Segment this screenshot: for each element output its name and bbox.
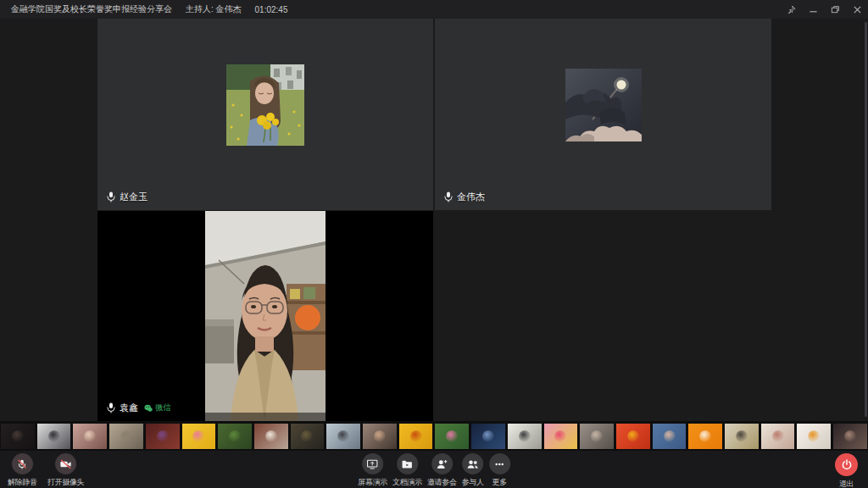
thumbnail-accent	[808, 430, 820, 442]
participant-thumbnail-tan-portrait[interactable]	[363, 424, 397, 449]
participant-thumbnail-pink-lotus[interactable]	[435, 424, 469, 449]
wechat-tag: 微信	[144, 402, 171, 413]
minimize-icon[interactable]	[802, 0, 824, 19]
live-video-yuanxin	[205, 211, 326, 421]
thumbnail-accent	[664, 430, 676, 442]
wechat-icon	[144, 404, 153, 413]
wechat-tag-label: 微信	[155, 402, 171, 413]
participant-thumbnail-blue-bg-portrait[interactable]	[653, 424, 687, 449]
thumbnail-accent	[229, 430, 241, 442]
thumbnail-accent	[301, 430, 313, 442]
participant-thumbnail-sheet-music[interactable]	[725, 424, 759, 449]
thumbnail-accent	[337, 430, 349, 442]
camera-off-icon	[59, 458, 72, 470]
open-camera-label: 打开摄像头	[47, 477, 85, 488]
unmute-button[interactable]: 解除静音	[8, 453, 37, 488]
maximize-icon[interactable]	[824, 0, 846, 19]
open-camera-button[interactable]: 打开摄像头	[47, 453, 85, 488]
thumbnail-accent	[374, 430, 386, 442]
document-share-button[interactable]: 文档演示	[392, 453, 422, 488]
unmute-label: 解除静音	[8, 477, 37, 488]
host-label: 主持人: 金伟杰	[186, 3, 242, 15]
video-grid-scrollbar[interactable]	[865, 22, 867, 417]
participants-icon	[466, 458, 479, 470]
participants-button[interactable]: 参与人	[462, 453, 484, 488]
pin-icon[interactable]	[780, 0, 802, 19]
thumbnail-accent	[736, 430, 748, 442]
document-share-label: 文档演示	[392, 477, 422, 488]
thumbnail-accent	[120, 430, 132, 442]
power-icon	[841, 459, 853, 471]
participant-thumbnail-hearts-cartoon[interactable]	[544, 424, 578, 449]
mic-off-icon	[16, 458, 28, 470]
thumbnail-accent	[844, 430, 856, 442]
mic-muted-icon	[444, 191, 453, 202]
participant-name: 金伟杰	[457, 191, 485, 203]
exit-button[interactable]: 退出	[835, 453, 858, 488]
participant-name: 赵金玉	[120, 191, 147, 203]
participant-thumbnail-anime-boy[interactable]	[291, 424, 325, 449]
participant-thumbnail-orange-cartoon[interactable]	[688, 424, 722, 449]
window-controls	[780, 0, 868, 19]
participant-thumbnail-earth-moon[interactable]	[471, 424, 505, 449]
participants-label: 参与人	[462, 477, 484, 488]
participant-thumbnail-warm-portrait[interactable]	[73, 424, 107, 449]
mic-muted-icon	[107, 402, 115, 413]
exit-label: 退出	[839, 479, 854, 488]
thumbnail-accent	[265, 430, 277, 442]
document-share-icon	[401, 458, 413, 470]
meeting-title: 金融学院国奖及校长荣誉奖申报经验分享会	[11, 3, 172, 15]
mic-muted-icon	[107, 191, 115, 202]
name-badge: 袁鑫 微信	[107, 402, 171, 414]
toolbar-center-group: 屏幕演示 文档演示 邀	[358, 453, 510, 488]
participant-thumbnail-white-cat[interactable]	[254, 424, 288, 449]
name-badge: 金伟杰	[444, 191, 485, 203]
name-badge: 赵金玉	[107, 191, 147, 203]
thumbnail-accent	[772, 430, 784, 442]
video-tile-zhaojinyu[interactable]: 赵金玉	[97, 19, 433, 210]
video-tile-jinweijie[interactable]: 金伟杰	[435, 19, 771, 210]
participant-thumbnail-dark-portrait[interactable]	[833, 424, 867, 449]
participant-thumbnail-red-cartoon[interactable]	[616, 424, 650, 449]
thumbnail-accent	[410, 430, 422, 442]
thumbnail-accent	[627, 430, 639, 442]
participant-thumbnail-winter-portrait[interactable]	[326, 424, 360, 449]
video-tile-yuanxin[interactable]: 袁鑫 微信	[97, 211, 433, 421]
participant-thumbnail-green-foliage[interactable]	[218, 424, 252, 449]
participant-thumbnail-gray-portrait[interactable]	[580, 424, 614, 449]
thumbnail-accent	[699, 430, 711, 442]
participant-thumbnail-light-silhouette[interactable]	[508, 424, 542, 449]
toolbar-right-group: 退出	[835, 453, 858, 488]
participant-name: 袁鑫	[120, 402, 138, 414]
avatar-jinweijie	[565, 69, 642, 141]
thumbnail-accent	[591, 430, 603, 442]
avatar-zhaojinyu	[226, 64, 304, 146]
participant-thumbnail-laughing-emoji[interactable]	[399, 424, 433, 449]
more-label: 更多	[492, 477, 507, 488]
participant-thumbnail-sketch-cat[interactable]	[761, 424, 795, 449]
participant-thumbnail-dark-photo[interactable]	[1, 424, 35, 449]
participant-thumbnail-gray-cat[interactable]	[109, 424, 143, 449]
screen-share-button[interactable]: 屏幕演示	[358, 453, 387, 488]
thumbnail-accent	[84, 430, 96, 442]
invite-button[interactable]: 邀请参会	[427, 453, 457, 488]
thumbnail-accent	[12, 430, 24, 442]
participant-thumbnail-bw-anime-portrait[interactable]	[37, 424, 71, 449]
thumbnail-accent	[192, 430, 204, 442]
thumbnail-accent	[519, 430, 531, 442]
more-icon	[493, 458, 505, 470]
more-button[interactable]: 更多	[489, 453, 510, 488]
bottom-toolbar: 解除静音 打开摄像头	[0, 451, 868, 488]
thumbnail-strip	[0, 421, 868, 451]
thumbnail-accent	[48, 430, 60, 442]
invite-icon	[436, 458, 448, 470]
close-icon[interactable]	[846, 0, 868, 19]
participant-thumbnail-dark-red-cone[interactable]	[146, 424, 180, 449]
meeting-window: 金融学院国奖及校长荣誉奖申报经验分享会 主持人: 金伟杰 01:02:45	[0, 0, 868, 488]
screen-share-label: 屏幕演示	[358, 477, 387, 488]
screen-share-icon	[367, 458, 379, 470]
participant-thumbnail-yellow-emoji-bow[interactable]	[182, 424, 216, 449]
thumbnail-accent	[157, 430, 169, 442]
participant-thumbnail-goose-cartoon[interactable]	[797, 424, 831, 449]
toolbar-left-group: 解除静音 打开摄像头	[8, 453, 84, 488]
